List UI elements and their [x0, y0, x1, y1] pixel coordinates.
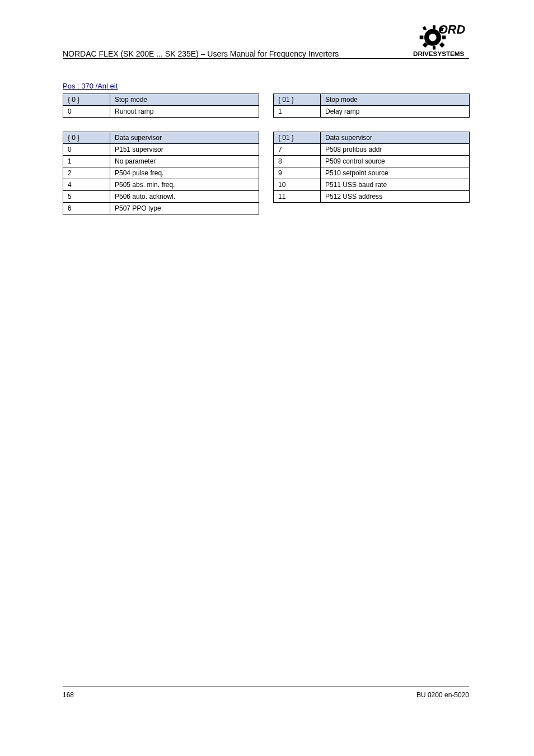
cell-code: 7: [274, 144, 321, 156]
header-label: Data supervisor: [321, 132, 470, 144]
cell-code: 0: [63, 144, 110, 156]
cell-label: P511 USS baud rate: [321, 179, 470, 191]
header-code: { 0 }: [63, 132, 110, 144]
table-row: 6P507 PPO type: [63, 203, 259, 214]
table-row: 1 Delay ramp: [274, 106, 470, 118]
cell-label: Runout ramp: [110, 106, 259, 118]
table-row: 8P509 control source: [274, 156, 470, 167]
table-header-row: { 0 } Stop mode: [63, 94, 259, 106]
cell-code: 11: [274, 191, 321, 203]
cell-label: P512 USS address: [321, 191, 470, 203]
header-rule: [63, 58, 469, 59]
header-code: { 0 }: [63, 94, 110, 106]
svg-text:ORD: ORD: [438, 22, 465, 36]
cell-label: P504 pulse freq.: [110, 167, 259, 179]
cell-label: No parameter: [110, 156, 259, 167]
cell-code: 1: [63, 156, 110, 167]
cell-code: 6: [63, 203, 110, 214]
header-code: { 01 }: [274, 94, 321, 106]
table-row: 0P151 supervisor: [63, 144, 259, 156]
cell-label: P506 auto. acknowl.: [110, 191, 259, 203]
table-header-row: { 01 } Data supervisor: [274, 132, 470, 144]
cell-label: Delay ramp: [321, 106, 470, 118]
header-label: Data supervisor: [110, 132, 259, 144]
svg-marker-2: [423, 26, 427, 31]
page-number: 168: [63, 691, 74, 699]
cell-label: P505 abs. min. freq.: [110, 179, 259, 191]
stop-mode-right-table: { 01 } Stop mode 1 Delay ramp: [273, 94, 470, 118]
table-row: 11P512 USS address: [274, 191, 470, 203]
cell-code: 0: [63, 106, 110, 118]
table-header-row: { 0 } Data supervisor: [63, 132, 259, 144]
table-row: 4P505 abs. min. freq.: [63, 179, 259, 191]
cell-code: 5: [63, 191, 110, 203]
doc-reference: BU 0200 en-5020: [416, 691, 469, 699]
table-header-row: { 01 } Stop mode: [274, 94, 470, 106]
nord-logo: ORD DRIVESYSTEMS: [413, 17, 469, 57]
svg-text:DRIVESYSTEMS: DRIVESYSTEMS: [413, 50, 465, 57]
table-row: 10P511 USS baud rate: [274, 179, 470, 191]
cell-code: 8: [274, 156, 321, 167]
cell-label: P151 supervisor: [110, 144, 259, 156]
data-supervisor-left-table: { 0 } Data supervisor 0P151 supervisor 1…: [63, 132, 259, 214]
page-title: NORDAC FLEX (SK 200E ... SK 235E) – User…: [63, 49, 339, 58]
header-label: Stop mode: [321, 94, 470, 106]
svg-marker-3: [420, 36, 424, 40]
cell-label: P509 control source: [321, 156, 470, 167]
table-row: 5P506 auto. acknowl.: [63, 191, 259, 203]
cell-label: P510 setpoint source: [321, 167, 470, 179]
stop-mode-left-table: { 0 } Stop mode 0 Runout ramp: [63, 94, 259, 118]
header-label: Stop mode: [110, 94, 259, 106]
table-row: 7P508 profibus addr: [274, 144, 470, 156]
table-row: 1No parameter: [63, 156, 259, 167]
cell-code: 2: [63, 167, 110, 179]
cell-code: 9: [274, 167, 321, 179]
table-row: 2P504 pulse freq.: [63, 167, 259, 179]
svg-marker-6: [439, 42, 445, 48]
table-row: 9P510 setpoint source: [274, 167, 470, 179]
reference-link[interactable]: Pos : 370 /Anl eit: [63, 82, 118, 90]
header-code: { 01 }: [274, 132, 321, 144]
cell-label: P508 profibus addr: [321, 144, 470, 156]
svg-marker-0: [433, 25, 435, 29]
table-row: 0 Runout ramp: [63, 106, 259, 118]
cell-code: 4: [63, 179, 110, 191]
cell-code: 1: [274, 106, 321, 118]
cell-label: P507 PPO type: [110, 203, 259, 214]
data-supervisor-right-table: { 01 } Data supervisor 7P508 profibus ad…: [273, 132, 470, 203]
footer-rule: [63, 687, 469, 687]
cell-code: 10: [274, 179, 321, 191]
svg-marker-7: [433, 46, 435, 50]
